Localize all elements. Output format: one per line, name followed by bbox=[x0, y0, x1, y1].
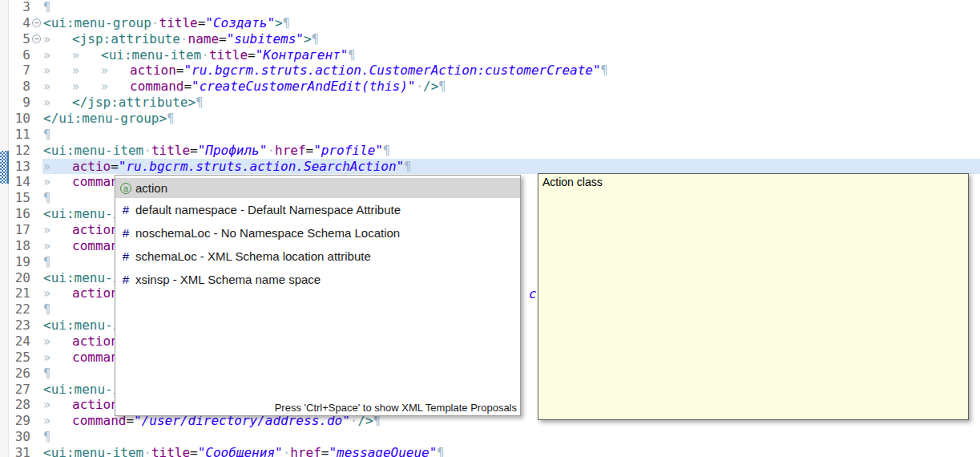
tab-whitespace-marker: » bbox=[43, 160, 72, 176]
code-text[interactable]: »<jsp:attribute·name="subitems">¶ bbox=[43, 31, 319, 47]
tab-whitespace-marker: » bbox=[43, 48, 72, 64]
xml-template-icon: # bbox=[120, 226, 131, 240]
line-number: 16 bbox=[8, 206, 30, 222]
fold-column bbox=[30, 63, 43, 79]
fold-column bbox=[30, 270, 43, 286]
tab-whitespace-marker: » bbox=[43, 414, 72, 430]
line-number: 13 bbox=[8, 159, 30, 175]
code-text[interactable]: <ui:menu-group·title="Создать">¶ bbox=[43, 15, 290, 31]
fold-column bbox=[30, 111, 43, 127]
fold-collapse-icon[interactable]: − bbox=[30, 31, 43, 47]
code-text[interactable]: ¶ bbox=[43, 301, 50, 317]
code-text[interactable]: </ui:menu-group>¶ bbox=[43, 111, 174, 127]
fold-column bbox=[30, 143, 43, 159]
line-number: 30 bbox=[8, 429, 30, 445]
tab-whitespace-marker: » bbox=[72, 48, 101, 64]
tab-whitespace-marker: » bbox=[43, 175, 72, 191]
proposal-item[interactable]: #schemaLoc - XML Schema location attribu… bbox=[115, 245, 520, 268]
code-text[interactable]: »action bbox=[43, 285, 119, 301]
proposal-item[interactable]: #xsinsp - XML Schema name space bbox=[115, 268, 520, 291]
fold-column bbox=[30, 79, 43, 95]
proposal-list: aaction#default namespace - Default Name… bbox=[115, 178, 520, 291]
fold-column bbox=[30, 397, 43, 413]
code-text[interactable]: <ui:menu-i bbox=[43, 270, 120, 286]
tab-whitespace-marker: » bbox=[101, 79, 130, 95]
code-line: 3¶ bbox=[0, 0, 980, 15]
code-text[interactable]: ¶ bbox=[43, 366, 50, 382]
line-number: 5 bbox=[8, 31, 30, 47]
code-text[interactable]: »comman bbox=[43, 174, 119, 190]
code-text[interactable]: »actio="ru.bgcrm.struts.action.SearchAct… bbox=[43, 159, 411, 175]
code-text[interactable]: <ui:menu-i bbox=[43, 317, 120, 334]
proposal-item[interactable]: #noschemaLoc - No Namespace Schema Locat… bbox=[115, 221, 520, 245]
code-line: 13»actio="ru.bgcrm.struts.action.SearchA… bbox=[0, 159, 980, 175]
line-number: 15 bbox=[8, 190, 30, 206]
fold-column bbox=[30, 190, 43, 206]
line-number: 26 bbox=[8, 366, 30, 382]
fold-column bbox=[30, 47, 43, 63]
tab-whitespace-marker: » bbox=[72, 79, 101, 95]
xml-template-icon: # bbox=[120, 203, 131, 216]
tab-whitespace-marker: » bbox=[43, 334, 72, 350]
code-line: 5−»<jsp:attribute·name="subitems">¶ bbox=[0, 31, 980, 47]
code-text[interactable]: »action bbox=[43, 222, 119, 238]
proposal-label: default namespace - Default Namespace At… bbox=[135, 203, 401, 216]
doc-hover-panel: Action class bbox=[538, 173, 969, 420]
line-number: 7 bbox=[8, 63, 30, 79]
fold-collapse-icon[interactable]: − bbox=[30, 15, 43, 31]
code-line: 6»»<ui:menu-item·title="Контрагент"¶ bbox=[0, 47, 980, 63]
line-number: 18 bbox=[8, 238, 30, 254]
tab-whitespace-marker: » bbox=[72, 63, 101, 79]
fold-column bbox=[30, 95, 43, 111]
xml-attribute-icon: a bbox=[120, 183, 131, 194]
code-text[interactable]: »»»command="createCustomerAndEdit(this)"… bbox=[43, 79, 446, 95]
fold-column bbox=[30, 285, 43, 301]
code-text[interactable]: »»»action="ru.bgcrm.struts.action.Custom… bbox=[43, 63, 608, 79]
fold-column bbox=[30, 429, 43, 445]
line-number: 21 bbox=[8, 285, 30, 301]
code-line: 12<ui:menu-item·title="Профиль"·href="pr… bbox=[0, 143, 980, 159]
code-text[interactable]: ¶ bbox=[43, 254, 50, 270]
code-text[interactable]: »</jsp:attribute>¶ bbox=[43, 95, 203, 111]
code-text[interactable]: »»<ui:menu-item·title="Контрагент"¶ bbox=[43, 47, 355, 63]
code-text[interactable]: »action bbox=[43, 334, 119, 350]
code-text[interactable]: »comman bbox=[43, 238, 119, 254]
line-number: 19 bbox=[8, 254, 30, 270]
proposal-label: noschemaLoc - No Namespace Schema Locati… bbox=[135, 226, 400, 240]
fold-column bbox=[30, 238, 43, 254]
line-number: 27 bbox=[8, 382, 30, 398]
line-number: 22 bbox=[8, 301, 30, 317]
code-text[interactable]: ¶ bbox=[43, 127, 50, 143]
fold-column bbox=[30, 350, 43, 366]
proposal-label: action bbox=[135, 181, 167, 195]
proposal-label: schemaLoc - XML Schema location attribut… bbox=[135, 249, 371, 263]
tab-whitespace-marker: » bbox=[43, 398, 72, 414]
fold-column bbox=[30, 127, 43, 143]
line-number: 8 bbox=[8, 79, 30, 95]
code-text[interactable]: <ui:menu-i bbox=[43, 382, 120, 398]
code-text[interactable]: <ui:menu-i bbox=[43, 206, 120, 222]
line-number: 6 bbox=[8, 47, 30, 63]
proposal-item[interactable]: #default namespace - Default Namespace A… bbox=[115, 198, 520, 221]
code-text[interactable]: ¶ bbox=[43, 190, 50, 206]
proposal-item[interactable]: aaction bbox=[115, 178, 520, 198]
fold-column bbox=[30, 222, 43, 238]
tab-whitespace-marker: » bbox=[101, 63, 130, 79]
code-text[interactable]: ¶ bbox=[43, 429, 50, 445]
code-text[interactable]: »comman bbox=[43, 350, 119, 366]
code-text[interactable]: <ui:menu-item·title="Сообщения"·href="me… bbox=[43, 445, 444, 457]
code-text[interactable]: ¶ bbox=[43, 0, 50, 15]
line-number: 12 bbox=[8, 143, 30, 159]
code-text[interactable]: <ui:menu-item·title="Профиль"·href="prof… bbox=[43, 143, 390, 159]
xml-template-icon: # bbox=[120, 273, 131, 286]
code-line: 11¶ bbox=[0, 127, 980, 143]
line-number: 25 bbox=[8, 350, 30, 366]
line-number: 9 bbox=[8, 95, 30, 111]
fold-column bbox=[30, 334, 43, 350]
fold-column bbox=[30, 413, 43, 429]
status-hint: Press 'Ctrl+Space' to show XML Template … bbox=[275, 402, 517, 414]
code-text[interactable]: »action bbox=[43, 397, 119, 413]
code-line: 9»</jsp:attribute>¶ bbox=[0, 95, 980, 111]
fold-column bbox=[30, 366, 43, 382]
xml-template-icon: # bbox=[120, 249, 131, 263]
